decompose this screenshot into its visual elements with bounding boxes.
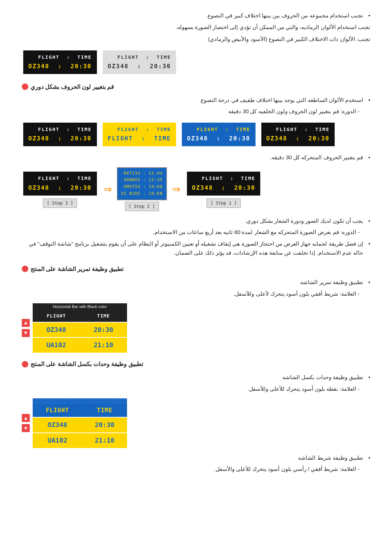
section-4-icon [22,266,28,272]
scrollbar-demo-1: ▲ ▼ Horizontal Bar with Black color FLIG… [22,303,370,353]
demo-row-1: FLIGHT : TIME OZ348 : 20:30 FLIGHT : TIM… [22,49,370,75]
scrambled-line2: AANNOS : 12:35 [121,177,163,184]
step2-scrambled: RATI1U : 12.UU AANNOS : 12:35 OMUTIU : 1… [117,167,167,200]
time-2110-1: 21:10 [80,337,127,353]
bullet-3-wrap: تجنب: الألوان ذات الاختلاف الكبير في الن… [22,34,370,44]
section5-sub1: - العلامة: نقطه بلون أسود يتحرك للأعلى و… [22,384,370,394]
step-1-box: FLIGHT : TIME OZ348 : 20:30 [ Step 1 ] [185,170,262,208]
flight-table-1: Horizontal Bar with Black color FLIGHT T… [33,303,127,353]
intro-section: تجنب استخدام مجموعه من الحروف بين بينها … [22,11,370,44]
flight-table-2: FLIGHT TIME OZ348 20:30 UA102 21:10 [33,398,127,448]
flight-box-yellow: FLIGHT : TIME FLIGHT : TIME [103,123,176,146]
section3-bullet2: إن فضل طريقة لحمايه جهاز العرض من احتجاز… [22,239,370,258]
section4-sub1: - العلامة: شريط أفقي بلون أسود يتحرك لأع… [22,289,370,299]
step3-label: [ Step 3 ] [43,198,77,208]
section3-sub1: - الدوره: قم بعرض الصورة المتحركه مع الش… [22,227,370,237]
ua102-2: UA102 [33,433,82,448]
scrambled-line1: RATI1U : 12.UU [121,170,163,177]
flight-box-dark-1: FLIGHT : TIME OZ348 : 20:30 [23,50,97,74]
flight-box-blue: FLIGHT : TIME OZ348 : 20:30 [182,123,256,146]
section-5-icon [22,361,28,368]
section3-bullet1: يجب أن تكون لديك الصور ودورة الشعار بشكل… [22,216,370,226]
scrambled-line4: UI N1OS : 19:EN [121,190,163,197]
section1-sub1: - الدوره: قم بتغيير لون الحروف ولون الخل… [22,107,370,116]
flight-time-header-light: FLIGHT : TIME [108,53,171,61]
oz348-1: OZ348 [33,322,80,338]
time-2030-1: 20:30 [80,322,127,338]
step1-flight: FLIGHT : TIME OZ348 : 20:30 [187,172,261,195]
section-5-title: تطبيق وظيفة وحدات بكسل الشاشة على المنتج [22,359,370,369]
scroll-arrows-1: ▲ ▼ [22,319,30,337]
step-3-box: FLIGHT : TIME OZ348 : 20:30 [ Step 3 ] [22,170,98,208]
scroll-arrows-2: ▲ ▼ [22,414,30,432]
flight-data-light: OZ348 : 20:30 [108,61,171,71]
flight-box-black-2: FLIGHT : TIME OZ348 : 20:30 [23,123,97,146]
scroll-down-2: ▼ [22,424,30,432]
section6-bullet1: تطبيق وظيفة شريط الشاشه [22,453,370,463]
section-1-icon [22,83,28,90]
scrollbar-demo-2: ▲ ▼ FLIGHT TIME OZ348 20:30 UA102 21:10 [22,398,370,448]
step-2-box: RATI1U : 12.UU AANNOS : 12:35 OMUTIU : 1… [117,167,167,211]
section6-sub1: - العلامة: شريط أفقي / رأسي بلون أسود يت… [22,464,370,474]
scroll-down-1: ▼ [22,329,30,337]
col-time-2: TIME [82,403,127,417]
flight-box-light-1: FLIGHT : TIME OZ348 : 20:30 [103,50,176,74]
section1-bullet1: استخدم الألوان الساطعه التي يوجد بينها ا… [22,95,370,105]
ua102-1: UA102 [33,337,80,353]
step1-label: [ Step 1 ] [207,198,241,208]
bullet-2-wrap: تجنب استخدام الألوان الرماديه، والتي من … [22,22,370,32]
step2-label: [ Step 2 ] [125,202,159,211]
section-4-title: تطبيق وظيفة تمرير الشاشة على المنتج [22,264,370,274]
oz348-2: OZ348 [33,417,82,433]
scroll-up-1: ▲ [22,319,30,327]
flight-data-1: OZ348 : 20:30 [28,61,92,71]
time-2030-2: 20:30 [82,417,127,433]
table-bar-header: Horizontal Bar with Black color [33,303,127,310]
dots-left [33,398,82,403]
step3-flight: FLIGHT : TIME OZ348 : 20:30 [23,172,97,195]
scrambled-line3: OMUTIU : 19:00 [121,184,163,190]
arrow-1: ⇒ [172,181,180,198]
col-flight-2: FLIGHT [33,403,82,417]
section2-bullet1: قم بتغيير الحروف المتحركه كل 30 دقيقه. [22,153,370,162]
col-time-1: TIME [80,310,127,322]
dots-right [82,398,127,403]
arrow-2: ⇒ [103,181,112,198]
step-row: FLIGHT : TIME OZ348 : 20:30 [ Step 3 ] ⇒… [22,167,370,211]
scroll-up-2: ▲ [22,414,30,422]
time-2110-2: 21:10 [82,433,127,448]
section4-bullet1: تطبيق وظيفة تمرير الشاشه [22,278,370,287]
bullet-1: تجنب استخدام مجموعه من الحروف بين بينها … [22,11,370,20]
demo-row-color-cycle: FLIGHT : TIME OZ348 : 20:30 FLIGHT : TIM… [22,121,370,148]
col-flight-1: FLIGHT [33,310,80,322]
section-1-title: قم بتغيير لون الحروف بشكل دوري [22,82,370,92]
flight-box-black-3: FLIGHT : TIME OZ348 : 20:30 [261,123,335,146]
section5-bullet1: تطبيق وظيفة وحدات بكسل الشاشه [22,373,370,382]
flight-time-header-1: FLIGHT : TIME [28,53,92,61]
